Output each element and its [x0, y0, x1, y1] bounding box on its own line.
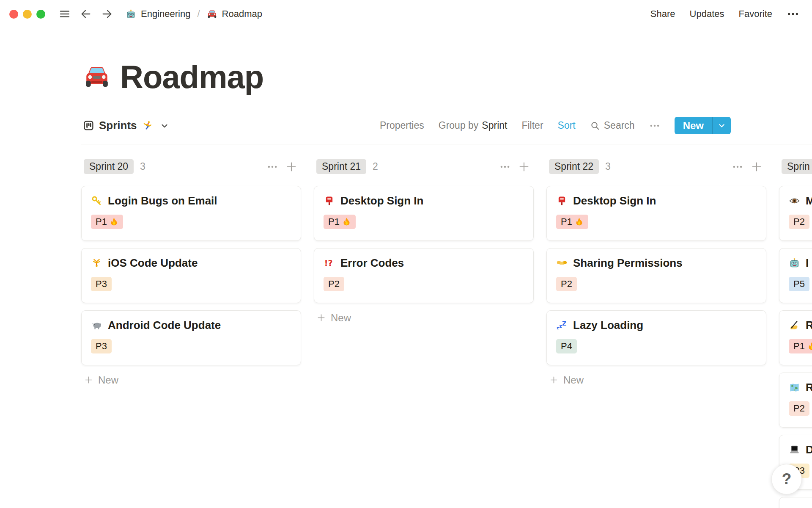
favorite-button[interactable]: Favorite [739, 8, 772, 19]
priority-tag-label: P2 [793, 403, 805, 414]
board-card[interactable]: RP2 [779, 373, 812, 428]
board-card[interactable]: !?Error CodesP2 [314, 248, 534, 303]
back-icon[interactable] [80, 8, 92, 20]
column-add-icon[interactable] [285, 160, 298, 173]
card-title-row: M [789, 194, 812, 207]
view-more-icon[interactable] [649, 120, 660, 131]
board-card[interactable] [779, 497, 812, 508]
column-more-icon[interactable] [267, 161, 278, 172]
add-card-button[interactable]: New [84, 373, 301, 388]
board-card[interactable]: MP2 [779, 186, 812, 241]
priority-tag: P2 [789, 401, 809, 416]
search-button[interactable]: Search [590, 120, 635, 131]
card-title-row: D [789, 443, 812, 456]
card-title: Login Bugs on Email [108, 194, 217, 207]
sidebar-menu-icon[interactable] [59, 8, 71, 20]
card-title: Desktop Sign In [573, 194, 656, 207]
column-count: 3 [140, 161, 145, 172]
add-card-label: New [563, 374, 584, 386]
breadcrumb-engineering[interactable]: Engineering [126, 8, 190, 19]
card-title: D [806, 443, 812, 456]
more-options-icon[interactable] [787, 8, 799, 20]
breadcrumb-roadmap[interactable]: Roadmap [207, 8, 262, 19]
column-title[interactable]: Sprint 20 [84, 159, 134, 174]
column-add-icon[interactable] [518, 160, 530, 173]
zoom-window-button[interactable] [36, 10, 45, 19]
plus-icon [549, 375, 559, 385]
column-title[interactable]: Sprin [782, 159, 812, 174]
chevron-down-icon[interactable] [160, 121, 169, 130]
priority-tag-label: P2 [793, 216, 805, 227]
sort-button[interactable]: Sort [558, 120, 576, 131]
group-by-button[interactable]: Group by Sprint [439, 120, 508, 131]
priority-tag: P1 [789, 339, 812, 353]
fire-icon [575, 217, 584, 226]
fire-icon [110, 217, 118, 226]
board-card[interactable]: Login Bugs on EmailP1 [81, 186, 301, 241]
forward-icon[interactable] [101, 8, 113, 20]
card-title-row: Desktop Sign In [324, 194, 524, 207]
column-add-icon[interactable] [750, 160, 763, 173]
updates-button[interactable]: Updates [690, 8, 724, 19]
page-car-icon[interactable] [83, 63, 111, 91]
column-title[interactable]: Sprint 21 [316, 159, 366, 174]
priority-tag: P5 [789, 277, 809, 291]
board-card[interactable]: Android Code UpdateP3 [81, 310, 301, 365]
page-title: Roadmap [120, 60, 263, 94]
board-card[interactable]: IP5 [779, 248, 812, 303]
priority-tag-label: P3 [96, 341, 107, 352]
key-icon [91, 195, 102, 207]
card-title: Error Codes [340, 257, 404, 270]
board-column: Sprint 203Login Bugs on EmailP1iOS Code … [81, 158, 301, 508]
card-title-row: Android Code Update [91, 319, 291, 332]
board-card[interactable]: zzZLazy LoadingP4 [546, 310, 766, 365]
board-card[interactable]: Sharing PermissionsP2 [546, 248, 766, 303]
priority-tag: P4 [556, 339, 577, 353]
new-button-label[interactable]: New [675, 117, 712, 134]
card-title-row: Login Bugs on Email [91, 194, 291, 207]
new-button[interactable]: New [675, 117, 731, 134]
window-controls [9, 10, 45, 19]
card-title-row: R [789, 381, 812, 394]
column-more-icon[interactable] [732, 161, 743, 172]
top-bar: Engineering / Roadmap Share Updates Favo… [0, 0, 812, 28]
card-title: M [806, 194, 812, 207]
world-map-icon [789, 382, 800, 393]
priority-tag-label: P1 [96, 216, 107, 227]
card-title: I [806, 257, 809, 270]
group-by-value: Sprint [482, 120, 507, 131]
share-button[interactable]: Share [650, 8, 675, 19]
card-title: Android Code Update [108, 319, 221, 332]
postbox-icon [556, 195, 568, 207]
card-title-row: zzZLazy Loading [556, 319, 757, 332]
interrobang-icon: !? [324, 257, 335, 269]
add-card-button[interactable]: New [549, 373, 766, 388]
board-card[interactable]: Desktop Sign InP1 [314, 186, 534, 241]
priority-tag-label: P5 [793, 279, 805, 290]
card-title-row: Sharing Permissions [556, 257, 757, 270]
breadcrumb: Engineering / Roadmap [126, 8, 262, 19]
board-column: Sprint 223Desktop Sign InP1Sharing Permi… [546, 158, 766, 508]
view-tab-label: Sprints [99, 119, 137, 132]
new-button-caret[interactable] [713, 117, 731, 134]
board-card[interactable]: RP1 [779, 310, 812, 365]
filter-button[interactable]: Filter [521, 120, 543, 131]
board-card[interactable]: iOS Code UpdateP3 [81, 248, 301, 303]
help-button[interactable]: ? [771, 464, 802, 494]
plus-icon [84, 375, 93, 385]
close-window-button[interactable] [9, 10, 18, 19]
priority-tag-label: P2 [328, 279, 340, 290]
card-title: R [806, 381, 812, 394]
card-title: R [806, 319, 812, 332]
board-view-icon [83, 120, 94, 131]
add-card-button[interactable]: New [316, 310, 534, 326]
column-more-icon[interactable] [499, 161, 510, 172]
postbox-icon [324, 195, 335, 207]
view-toolbar: Properties Group by Sprint Filter Sort S… [380, 117, 731, 134]
board-card[interactable]: Desktop Sign InP1 [546, 186, 766, 241]
board-column: SprinMP2IP5RP1RP2DP3New [779, 158, 812, 508]
minimize-window-button[interactable] [23, 10, 32, 19]
column-title[interactable]: Sprint 22 [549, 159, 599, 174]
properties-button[interactable]: Properties [380, 120, 424, 131]
view-tab-sprints[interactable]: Sprints [83, 119, 169, 132]
